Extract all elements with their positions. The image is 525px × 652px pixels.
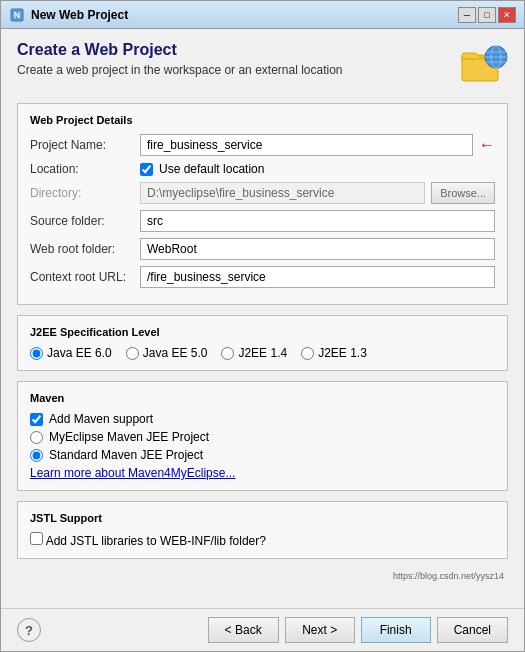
web-root-label: Web root folder: [30,242,140,256]
project-name-row: Project Name: ← [30,134,495,156]
source-folder-value [140,210,495,232]
title-bar-buttons: ─ □ ✕ [458,7,516,23]
j2ee-label-2: Java EE 5.0 [143,346,208,360]
source-folder-label: Source folder: [30,214,140,228]
section-title-web-details: Web Project Details [30,114,495,126]
maven-section: Maven Add Maven support MyEclipse Maven … [17,381,508,491]
web-root-input[interactable] [140,238,495,260]
header-icon [460,41,508,89]
page-subtitle: Create a web project in the workspace or… [17,63,460,77]
svg-text:N: N [14,10,21,20]
title-bar: N New Web Project ─ □ ✕ [1,1,524,29]
context-root-input[interactable] [140,266,495,288]
cancel-button[interactable]: Cancel [437,617,508,643]
maven-option-2-label: Standard Maven JEE Project [49,448,203,462]
minimize-button[interactable]: ─ [458,7,476,23]
window: N New Web Project ─ □ ✕ Create a Web Pro… [0,0,525,652]
web-root-row: Web root folder: [30,238,495,260]
add-maven-support-label: Add Maven support [49,412,153,426]
context-root-value [140,266,495,288]
watermark: https://blog.csdn.net/yysz14 [17,569,508,583]
arrow-indicator: ← [479,136,495,154]
use-default-location-row: Use default location [140,162,264,176]
j2ee-label-4: J2EE 1.3 [318,346,367,360]
j2ee-radio-2[interactable] [126,347,139,360]
project-name-label: Project Name: [30,138,140,152]
project-name-input[interactable] [140,134,473,156]
maven-radio-1[interactable] [30,431,43,444]
maven-section-title: Maven [30,392,495,404]
maximize-button[interactable]: □ [478,7,496,23]
web-project-details-section: Web Project Details Project Name: ← Loca… [17,103,508,305]
add-maven-support-checkbox[interactable] [30,413,43,426]
close-button[interactable]: ✕ [498,7,516,23]
window-title: New Web Project [31,8,458,22]
maven-learn-more-link[interactable]: Learn more about Maven4MyEclipse... [30,466,235,480]
j2ee-section: J2EE Specification Level Java EE 6.0 Jav… [17,315,508,371]
maven-radio-2[interactable] [30,449,43,462]
jstl-checkbox[interactable] [30,532,43,545]
j2ee-label-1: Java EE 6.0 [47,346,112,360]
footer: ? < Back Next > Finish Cancel [1,608,524,651]
page-title: Create a Web Project [17,41,460,59]
location-label: Location: [30,162,140,176]
header-section: Create a Web Project Create a web projec… [17,41,508,89]
directory-label: Directory: [30,186,140,200]
help-button[interactable]: ? [17,618,41,642]
context-root-row: Context root URL: [30,266,495,288]
next-button[interactable]: Next > [285,617,355,643]
app-icon: N [9,7,25,23]
context-root-label: Context root URL: [30,270,140,284]
jstl-section-title: JSTL Support [30,512,495,524]
source-folder-input[interactable] [140,210,495,232]
add-maven-support-row: Add Maven support [30,412,495,426]
j2ee-option-4: J2EE 1.3 [301,346,367,360]
j2ee-radio-1[interactable] [30,347,43,360]
j2ee-radio-group: Java EE 6.0 Java EE 5.0 J2EE 1.4 J2EE 1.… [30,346,495,360]
jstl-option-row: Add JSTL libraries to WEB-INF/lib folder… [30,532,495,548]
j2ee-option-1: Java EE 6.0 [30,346,112,360]
header-text: Create a Web Project Create a web projec… [17,41,460,77]
project-name-input-wrapper: ← [140,134,495,156]
finish-button[interactable]: Finish [361,617,431,643]
web-root-value [140,238,495,260]
browse-button[interactable]: Browse... [431,182,495,204]
maven-option-2-row: Standard Maven JEE Project [30,448,495,462]
back-button[interactable]: < Back [208,617,279,643]
maven-option-1-label: MyEclipse Maven JEE Project [49,430,209,444]
j2ee-radio-4[interactable] [301,347,314,360]
content-area: Create a Web Project Create a web projec… [1,29,524,608]
j2ee-label-3: J2EE 1.4 [238,346,287,360]
jstl-option-label: Add JSTL libraries to WEB-INF/lib folder… [46,534,266,548]
maven-option-1-row: MyEclipse Maven JEE Project [30,430,495,444]
maven-link-row: Learn more about Maven4MyEclipse... [30,466,495,480]
footer-buttons: < Back Next > Finish Cancel [41,617,508,643]
j2ee-radio-3[interactable] [221,347,234,360]
j2ee-option-2: Java EE 5.0 [126,346,208,360]
directory-row: Directory: Browse... [30,182,495,204]
jstl-section: JSTL Support Add JSTL libraries to WEB-I… [17,501,508,559]
location-row: Location: Use default location [30,162,495,176]
directory-input [140,182,425,204]
use-default-location-checkbox[interactable] [140,163,153,176]
source-folder-row: Source folder: [30,210,495,232]
j2ee-option-3: J2EE 1.4 [221,346,287,360]
j2ee-section-title: J2EE Specification Level [30,326,495,338]
use-default-location-text: Use default location [159,162,264,176]
